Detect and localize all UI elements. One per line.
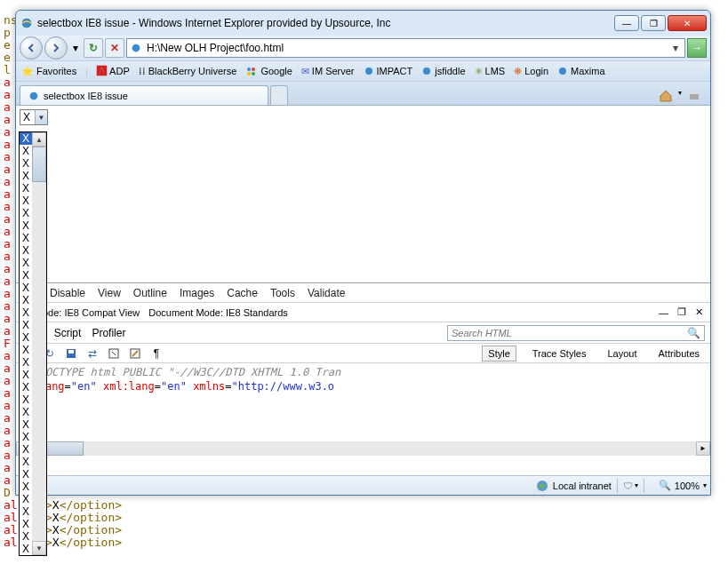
dropdown-option[interactable]: X	[20, 381, 32, 393]
dropdown-option[interactable]: X	[20, 431, 32, 443]
dropdown-option[interactable]: X	[20, 182, 32, 195]
dropdown-option[interactable]: X	[20, 306, 32, 319]
dropdown-option[interactable]: X	[20, 418, 32, 431]
close-button[interactable]: ✕	[668, 15, 707, 31]
dropdown-option[interactable]: X	[20, 406, 32, 418]
go-button[interactable]: →	[687, 38, 707, 58]
select-dropdown-list[interactable]: XXXXXXXXXXXXXXXXXXXXXXXXXXXXXXXXXX ▲ ▼	[19, 131, 47, 556]
address-dropdown[interactable]: ▾	[668, 42, 683, 54]
fav-item-adp[interactable]: 🅰ADP	[97, 66, 130, 76]
dropdown-option[interactable]: X	[20, 244, 32, 257]
fav-item-jsfiddle[interactable]: jsfiddle	[421, 66, 465, 76]
dropdown-option[interactable]: X	[20, 468, 32, 481]
fav-item-blackberry[interactable]: ⁞⁞BlackBerry Universe	[139, 66, 237, 77]
dev-menu-disable[interactable]: Disable	[50, 287, 85, 299]
select-dropdown-arrow[interactable]: ▼	[35, 110, 47, 124]
window-titlebar[interactable]: selectbox IE8 issue - Windows Internet E…	[16, 11, 710, 36]
dropdown-option[interactable]: X	[20, 207, 32, 219]
rtab-style[interactable]: Style	[482, 346, 516, 361]
document-mode-label[interactable]: Document Mode: IE8 Standards	[148, 307, 288, 318]
rtab-trace[interactable]: Trace Styles	[527, 346, 592, 361]
print-button[interactable]	[687, 89, 701, 103]
dropdown-option[interactable]: X	[20, 344, 32, 356]
dropdown-option[interactable]: X	[20, 170, 32, 182]
back-button[interactable]	[20, 36, 43, 60]
fav-item-login[interactable]: ❋Login	[514, 66, 548, 77]
zoom-dropdown[interactable]: ▾	[703, 481, 707, 489]
scroll-right-icon[interactable]: ▶	[696, 441, 710, 456]
address-input[interactable]	[147, 42, 665, 54]
dev-menu-validate[interactable]: Validate	[308, 287, 345, 299]
dev-search-input[interactable]	[452, 328, 687, 338]
dropdown-option[interactable]: X	[20, 393, 32, 406]
new-tab-button[interactable]	[270, 85, 288, 105]
dropdown-option[interactable]: X	[20, 157, 32, 170]
dropdown-option[interactable]: X	[20, 481, 32, 493]
fav-item-maxima[interactable]: Maxima	[557, 66, 605, 76]
devtools-hscrollbar[interactable]: ◀ ▶	[16, 441, 710, 456]
dropdown-option[interactable]: X	[20, 195, 32, 207]
favorites-button[interactable]: ⭐ Favorites	[21, 66, 76, 77]
security-zone[interactable]: Local intranet	[535, 479, 612, 493]
dropdown-option[interactable]: X	[20, 257, 32, 269]
dev-tab-script[interactable]: Script	[54, 327, 82, 339]
devtools-close-icon[interactable]: ✕	[695, 306, 703, 318]
zoom-control[interactable]: 🔍 100% ▾	[659, 480, 707, 491]
search-icon[interactable]: 🔍	[687, 327, 700, 339]
dev-menu-images[interactable]: Images	[180, 287, 214, 299]
dropdown-option[interactable]: X	[20, 369, 32, 381]
element-icon[interactable]	[107, 346, 121, 361]
dev-search-box[interactable]: 🔍	[447, 325, 705, 341]
home-dropdown[interactable]: ▾	[678, 89, 682, 103]
dev-menu-cache[interactable]: Cache	[227, 287, 258, 299]
fav-item-impact[interactable]: IMPACT	[364, 66, 413, 76]
dropdown-option[interactable]: X	[20, 132, 32, 145]
forward-button[interactable]	[44, 36, 68, 60]
dropdown-option[interactable]: X	[20, 543, 32, 555]
recent-pages-dropdown[interactable]: ▾	[69, 38, 82, 58]
dropdown-option[interactable]: X	[20, 145, 32, 157]
dev-menu-tools[interactable]: Tools	[270, 287, 295, 299]
edit-icon[interactable]	[128, 346, 142, 361]
scroll-thumb[interactable]	[32, 147, 46, 182]
dropdown-option[interactable]: X	[20, 443, 32, 456]
devtools-minimize-icon[interactable]: —	[659, 307, 668, 318]
dropdown-option[interactable]: X	[20, 294, 32, 306]
scroll-up-icon[interactable]: ▲	[32, 132, 46, 147]
dropdown-option[interactable]: X	[20, 456, 32, 468]
fav-item-google[interactable]: Google	[245, 65, 292, 77]
dropdown-option[interactable]: X	[20, 493, 32, 505]
dev-menu-view[interactable]: View	[98, 287, 121, 299]
switch-icon[interactable]: ⇄	[85, 346, 100, 361]
save-icon[interactable]	[64, 346, 78, 361]
dropdown-option[interactable]: X	[20, 282, 32, 294]
dropdown-option[interactable]: X	[20, 219, 32, 232]
dev-menu-outline[interactable]: Outline	[133, 287, 167, 299]
scroll-track[interactable]	[32, 182, 46, 541]
wrap-icon[interactable]: ¶	[149, 346, 164, 361]
dropdown-option[interactable]: X	[20, 505, 32, 518]
scroll-down-icon[interactable]: ▼	[32, 541, 46, 555]
maximize-button[interactable]: ❐	[641, 15, 666, 31]
protected-mode-icon[interactable]: 🛡	[623, 481, 633, 491]
devtools-unpin-icon[interactable]: ❐	[677, 306, 686, 318]
dropdown-option[interactable]: X	[20, 331, 32, 344]
dropdown-option[interactable]: X	[20, 232, 32, 244]
rtab-attr[interactable]: Attributes	[653, 346, 705, 361]
dropdown-scrollbar[interactable]: ▲ ▼	[32, 132, 46, 555]
tab-current[interactable]: selectbox IE8 issue	[20, 85, 268, 105]
dev-tab-profiler[interactable]: Profiler	[92, 327, 125, 339]
protected-dropdown[interactable]: ▾	[635, 481, 638, 489]
home-button[interactable]	[659, 89, 673, 103]
devtools-code-pane[interactable]: -- DOCTYPE html PUBLIC "-//W3C//DTD XHTM…	[16, 363, 710, 456]
rtab-layout[interactable]: Layout	[603, 346, 643, 361]
fav-item-lms[interactable]: ✳LMS	[475, 66, 506, 77]
dropdown-option[interactable]: X	[20, 319, 32, 331]
address-bar[interactable]: ▾	[126, 38, 685, 58]
dropdown-option[interactable]: X	[20, 518, 32, 530]
scroll-track[interactable]	[84, 441, 696, 456]
stop-button[interactable]: ✕	[105, 38, 124, 58]
fav-item-imserver[interactable]: ✉IM Server	[301, 66, 355, 77]
refresh-button[interactable]: ↻	[84, 38, 103, 58]
selectbox[interactable]: X ▼	[20, 109, 48, 125]
